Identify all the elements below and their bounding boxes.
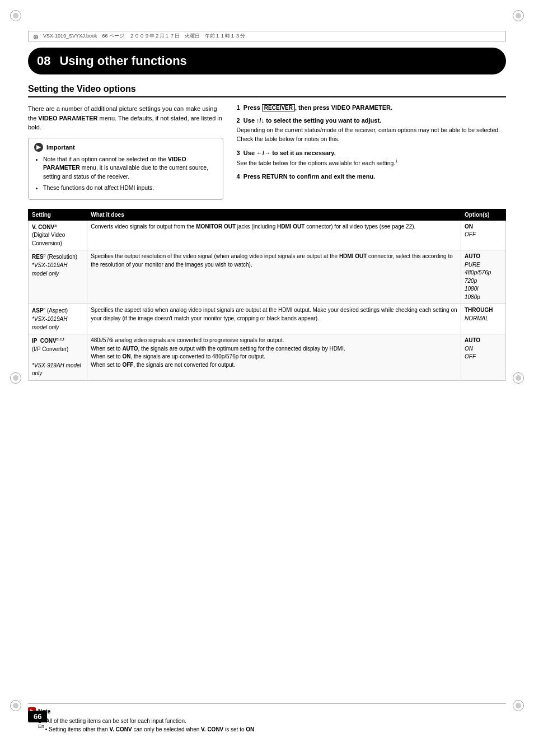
note-text-2: • Setting items other than V. CONV can o…: [38, 725, 506, 734]
table-row: V. CONVa(Digital Video Conversion) Conve…: [29, 220, 506, 250]
file-info-bar: VSX-1019_SVYXJ.book 66 ページ ２００９年２月１７日 火曜…: [28, 31, 506, 41]
col-options: Option(s): [461, 209, 506, 220]
reg-mark-top-right: [513, 10, 524, 21]
setting-asp: ASPc (Aspect)*VSX-1019AH model only: [29, 304, 87, 334]
setting-res: RESb (Resolution)*VSX-1019AH model only: [29, 250, 87, 304]
chapter-number: 08: [37, 54, 50, 68]
two-column-layout: There are a number of additional picture…: [28, 104, 506, 200]
table-row: ASPc (Aspect)*VSX-1019AH model only Spec…: [29, 304, 506, 334]
chapter-title: Using other functions: [59, 54, 186, 68]
important-item-2: These functions do not affect HDMI input…: [43, 184, 217, 193]
desc-asp: Specifies the aspect ratio when analog v…: [87, 304, 461, 334]
right-column: 1 Press RECEIVER, then press VIDEO PARAM…: [237, 104, 506, 200]
reg-mark-top-left: [10, 10, 21, 21]
reg-mark-bottom-left: [10, 700, 21, 711]
left-column: There are a number of additional picture…: [28, 104, 223, 200]
desc-ipconv: 480i/576i analog video signals are conve…: [87, 334, 461, 381]
options-res: AUTO PURE 480p/576p 720p 1080i 1080p: [461, 250, 506, 304]
setting-ipconv: IP CONVd,e,f(I/P Converter)*VSX-919AH mo…: [29, 334, 87, 381]
important-item-1: Note that if an option cannot be selecte…: [43, 155, 217, 181]
options-asp: THROUGH NORMAL: [461, 304, 506, 334]
crosshair-icon: [33, 33, 40, 40]
options-ipconv: AUTO ON OFF: [461, 334, 506, 381]
important-list: Note that if an option cannot be selecte…: [43, 155, 217, 193]
important-title: ▶ Important: [34, 143, 217, 152]
step-3: 3 Use ←/→ to set it as necessary. See th…: [237, 150, 506, 167]
col-what: What it does: [87, 209, 461, 220]
table-header-row: Setting What it does Option(s): [29, 209, 506, 220]
step-4-title: 4 Press RETURN to confirm and exit the m…: [237, 173, 506, 180]
section-title: Setting the Video options: [28, 84, 506, 97]
step-3-body: See the table below for the options avai…: [237, 158, 506, 167]
intro-text: There are a number of additional picture…: [28, 104, 223, 132]
step-1: 1 Press RECEIVER, then press VIDEO PARAM…: [237, 104, 506, 111]
main-content: Setting the Video options There are a nu…: [28, 84, 506, 700]
note-section: ▶ Note 1 • All of the setting items can …: [28, 703, 506, 734]
step-2: 2 Use ↑/↓ to select the setting you want…: [237, 117, 506, 144]
reg-mark-bottom-right: [513, 700, 524, 711]
step-4: 4 Press RETURN to confirm and exit the m…: [237, 173, 506, 180]
table-row: RESb (Resolution)*VSX-1019AH model only …: [29, 250, 506, 304]
desc-vconv: Converts video signals for output from t…: [87, 220, 461, 250]
important-icon: ▶: [34, 143, 43, 152]
step-2-title: 2 Use ↑/↓ to select the setting you want…: [237, 117, 506, 124]
reg-mark-mid-left: [10, 372, 21, 384]
table-row: IP CONVd,e,f(I/P Converter)*VSX-919AH mo…: [29, 334, 506, 381]
note-title: ▶ Note: [28, 707, 506, 715]
setting-vconv: V. CONVa(Digital Video Conversion): [29, 220, 87, 250]
page-number: 66: [28, 711, 47, 722]
step-1-title: 1 Press RECEIVER, then press VIDEO PARAM…: [237, 104, 506, 111]
important-box: ▶ Important Note that if an option canno…: [28, 138, 223, 200]
reg-mark-mid-right: [513, 372, 524, 384]
receiver-key: RECEIVER: [262, 104, 295, 111]
note-text-1: 1 • All of the setting items can be set …: [38, 717, 506, 725]
options-vconv: ON OFF: [461, 220, 506, 250]
options-table: Setting What it does Option(s) V. CONVa(…: [28, 209, 506, 381]
file-info-text: VSX-1019_SVYXJ.book 66 ページ ２００９年２月１７日 火曜…: [43, 32, 245, 40]
chapter-header: 08 Using other functions: [28, 48, 506, 74]
page-lang: En: [38, 724, 44, 729]
step-2-body: Depending on the current status/mode of …: [237, 126, 506, 144]
desc-res: Specifies the output resolution of the v…: [87, 250, 461, 304]
step-3-title: 3 Use ←/→ to set it as necessary.: [237, 150, 506, 156]
col-setting: Setting: [29, 209, 87, 220]
